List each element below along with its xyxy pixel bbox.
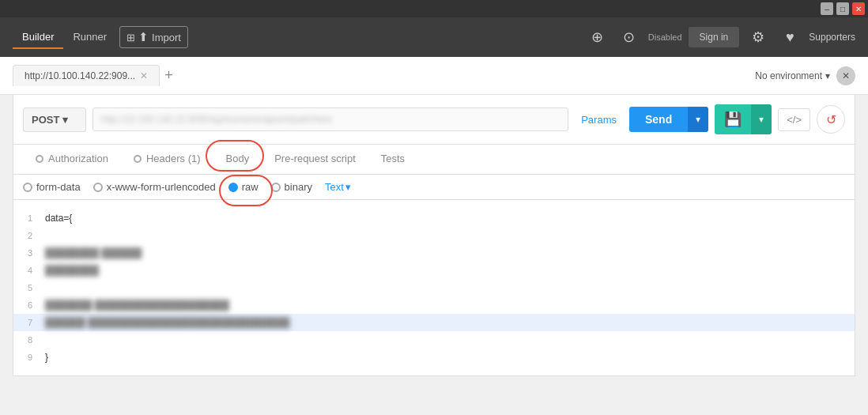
raw-option[interactable]: raw (228, 181, 259, 193)
url-tab[interactable]: http://10.100.140.22:909... ✕ (13, 65, 160, 86)
binary-option[interactable]: binary (271, 181, 312, 193)
environment-selector[interactable]: No environment ▾ (755, 70, 830, 81)
save-button[interactable]: 💾 (715, 104, 751, 134)
code-line-1: 1data={ (13, 209, 855, 227)
nav-right: ⊕ ⊙ Disabled Sign in ⚙ ♥ Supporters (585, 25, 855, 50)
code-editor[interactable]: 1data={23 ████████ ██████4 ████████56 ██… (13, 200, 855, 375)
send-button[interactable]: Send (629, 107, 688, 132)
code-line-9: 9} (13, 349, 855, 366)
line-number: 9 (13, 349, 42, 365)
line-number: 6 (13, 297, 42, 313)
headers-radio (134, 155, 142, 163)
code-line-2: 2 (13, 227, 855, 244)
code-icon: </> (787, 114, 802, 126)
new-tab-icon: ⊞ (126, 32, 135, 43)
method-select[interactable]: POST ▾ (23, 108, 86, 132)
sync-icon: ⊙ (623, 28, 635, 46)
nav-tab-runner[interactable]: Runner (63, 26, 116, 49)
tab-authorization[interactable]: Authorization (23, 145, 121, 174)
interceptor-button[interactable]: ⊕ (585, 25, 610, 50)
tab-body-label: Body (226, 153, 250, 164)
form-data-radio (23, 183, 32, 192)
line-number: 1 (13, 210, 42, 226)
tab-headers[interactable]: Headers (1) (121, 145, 213, 174)
tab-body[interactable]: Body (213, 145, 262, 174)
line-number: 3 (13, 245, 42, 261)
xwww-radio (93, 183, 103, 192)
form-data-option[interactable]: form-data (23, 181, 81, 193)
new-tab-button[interactable]: ⊞ ⬆ Import (119, 26, 188, 48)
code-line-7: 7 ██████ ██████████████████████████████ (13, 314, 855, 331)
line-content: } (42, 349, 855, 365)
send-dropdown-button[interactable]: ▾ (688, 107, 708, 132)
import-label: Import (152, 32, 181, 43)
method-label: POST (32, 114, 59, 126)
tab-tests-label: Tests (381, 153, 405, 164)
authorization-radio (36, 155, 43, 163)
code-line-5: 5 (13, 279, 855, 296)
interceptor-icon: ⊕ (591, 28, 603, 46)
maximize-button[interactable]: □ (836, 2, 849, 15)
send-group: Send ▾ (629, 107, 708, 132)
heart-icon: ♥ (786, 29, 794, 46)
blurred-content: ██████ ██████████████████████████████ (45, 315, 289, 330)
raw-radio (228, 183, 238, 192)
line-number: 4 (13, 262, 42, 278)
sync-button[interactable]: ⊙ (617, 25, 642, 50)
binary-radio (271, 183, 281, 192)
tab-headers-label: Headers (1) (146, 153, 201, 164)
url-tab-text: http://10.100.140.22:909... (25, 70, 135, 81)
line-number: 2 (13, 228, 42, 243)
url-tab-close-icon[interactable]: ✕ (140, 70, 148, 81)
refresh-button[interactable]: ↺ (817, 105, 845, 134)
tab-prerequest[interactable]: Pre-request script (262, 145, 368, 174)
add-tab-button[interactable]: + (164, 67, 173, 84)
line-content: ████████ (42, 262, 855, 278)
code-line-6: 6 ███████ ████████████████████ (13, 296, 855, 314)
save-group: 💾 ▾ (715, 104, 772, 134)
code-line-3: 3 ████████ ██████ (13, 244, 855, 262)
code-line-4: 4 ████████ (13, 262, 855, 279)
blurred-content: ████████ (45, 262, 99, 278)
text-format-icon: ▾ (345, 181, 351, 193)
url-bar-right: No environment ▾ ✕ (755, 66, 855, 85)
code-button[interactable]: </> (778, 108, 810, 131)
line-number: 8 (13, 332, 42, 348)
body-options-row: form-data x-www-form-urlencoded raw bina… (13, 175, 855, 200)
xwww-label: x-www-form-urlencoded (107, 181, 216, 193)
save-dropdown-button[interactable]: ▾ (751, 104, 772, 134)
nav-tab-builder[interactable]: Builder (13, 26, 63, 49)
text-format-dropdown[interactable]: Text ▾ (325, 181, 351, 193)
binary-label: binary (285, 181, 312, 193)
line-content: data={ (42, 210, 855, 226)
env-clear-button[interactable]: ✕ (836, 66, 855, 85)
tabs-row: Authorization Headers (1) Body Pre-reque… (13, 145, 855, 175)
save-dropdown-icon: ▾ (759, 114, 764, 125)
send-dropdown-icon: ▾ (696, 114, 700, 125)
import-icon: ⬆ (138, 30, 149, 44)
no-env-label: No environment (755, 70, 822, 81)
env-x-icon: ✕ (842, 70, 850, 81)
minimize-button[interactable]: – (821, 2, 833, 15)
refresh-icon: ↺ (826, 112, 836, 127)
method-dropdown-icon: ▾ (62, 114, 68, 126)
line-content: ████████ ██████ (42, 245, 855, 261)
tab-tests[interactable]: Tests (368, 145, 417, 174)
sign-in-button[interactable]: Sign in (689, 27, 740, 47)
heart-button[interactable]: ♥ (777, 25, 802, 50)
code-line-8: 8 (13, 331, 855, 349)
text-format-label: Text (325, 181, 344, 193)
line-number: 5 (13, 280, 42, 296)
xwww-option[interactable]: x-www-form-urlencoded (93, 181, 216, 193)
close-button[interactable]: ✕ (852, 2, 865, 15)
request-row: POST ▾ http://10.100.140.22:9090/api/som… (13, 95, 855, 145)
tab-authorization-label: Authorization (48, 153, 108, 164)
env-dropdown-icon: ▾ (825, 70, 830, 81)
settings-button[interactable]: ⚙ (745, 25, 771, 50)
save-icon: 💾 (724, 111, 742, 127)
supporters-label: Supporters (809, 32, 855, 43)
url-input[interactable]: http://10.100.140.22:9090/api/some/endpo… (92, 108, 568, 131)
tab-prerequest-label: Pre-request script (274, 153, 356, 164)
params-button[interactable]: Params (575, 109, 623, 130)
main-panel: POST ▾ http://10.100.140.22:9090/api/som… (13, 95, 855, 376)
